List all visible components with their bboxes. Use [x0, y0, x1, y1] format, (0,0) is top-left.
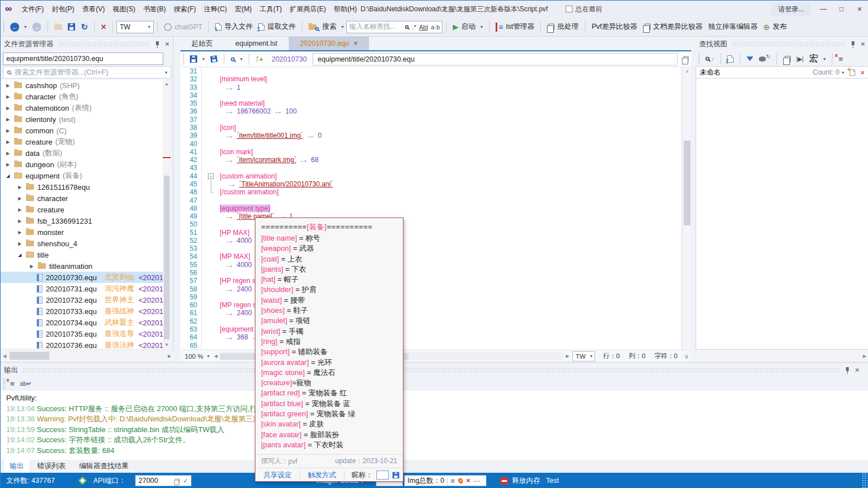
- tree-item[interactable]: 202010733.equ最强战神<20201: [1, 306, 163, 317]
- tree-item[interactable]: ▶creature: [1, 204, 163, 215]
- macro-button[interactable]: 宏▾: [806, 51, 828, 66]
- tree-item[interactable]: ▶creature(宠物): [1, 136, 163, 147]
- editor-save-dropdown-icon[interactable]: ▾: [202, 56, 205, 62]
- tree-item[interactable]: 202010736.equ最强法神<20201: [1, 339, 163, 348]
- menu-item-8[interactable]: 工具(T): [257, 1, 284, 18]
- clear-output-button[interactable]: ≡: [7, 376, 18, 391]
- find-export-button[interactable]: ↧: [724, 51, 736, 66]
- scrollbar-thumb[interactable]: [164, 176, 170, 339]
- breadcrumb[interactable]: equipment/title/202010730.equ: [313, 53, 678, 66]
- save-button[interactable]: [65, 20, 78, 34]
- code-line[interactable]: 47: [180, 197, 681, 204]
- back-dropdown-icon[interactable]: ▾: [24, 24, 27, 29]
- find-close-icon[interactable]: ×: [861, 40, 865, 48]
- explorer-search-box[interactable]: 搜索文件资源管理器...(Ctrl+F) ▾: [3, 66, 171, 79]
- chevron-collapsed-icon[interactable]: ▶: [6, 83, 12, 88]
- word-wrap-button[interactable]: ab↵: [18, 376, 34, 391]
- code-line[interactable]: 35[need material]: [180, 99, 681, 107]
- tree-item[interactable]: ▶chatemoticon(表情): [1, 102, 163, 114]
- forward-button[interactable]: →: [29, 20, 44, 34]
- find-search-results-button[interactable]: ↓: [702, 51, 717, 66]
- menu-item-4[interactable]: 书签(B): [140, 1, 168, 18]
- find-results-list[interactable]: [696, 79, 868, 350]
- explorer-horizontal-scrollbar[interactable]: ◀ ▶: [1, 351, 173, 361]
- new-result-set-icon[interactable]: [850, 69, 856, 76]
- tab-equipment.lst[interactable]: equipment.lst: [224, 37, 289, 50]
- menu-item-5[interactable]: 搜索(F): [171, 1, 198, 18]
- hscroll-right-icon[interactable]: ▶: [566, 354, 569, 359]
- chevron-collapsed-icon[interactable]: ▶: [18, 219, 24, 224]
- refresh-button[interactable]: ↻: [78, 20, 91, 34]
- chevron-expanded-icon[interactable]: ◢: [18, 252, 24, 258]
- code-line[interactable]: 46[/custom animation]: [180, 188, 681, 196]
- chevron-collapsed-icon[interactable]: ▶: [6, 117, 12, 122]
- editor-scrollbar-thumb[interactable]: [684, 141, 691, 225]
- tree-item[interactable]: ▶1261511678equ: [1, 181, 163, 193]
- scroll-left-icon[interactable]: ◀: [1, 351, 8, 361]
- scroll-right-icon[interactable]: ▶: [166, 351, 173, 361]
- nickname-input[interactable]: [376, 470, 389, 480]
- code-line[interactable]: 44[custom animation]: [180, 172, 681, 180]
- editor-save-as-button[interactable]: [207, 52, 220, 67]
- whole-word-toggle[interactable]: Abl: [419, 24, 428, 30]
- find-clear-button[interactable]: ≡: [836, 51, 846, 66]
- chevron-expanded-icon[interactable]: ◢: [6, 173, 12, 178]
- scroll-corner-down-icon[interactable]: ∨: [682, 352, 691, 360]
- output-pin-icon[interactable]: [844, 367, 850, 374]
- lst-manager-button[interactable]: ≡lst管理器: [493, 20, 537, 34]
- api-copy-icon[interactable]: [175, 478, 179, 483]
- count-dropdown-icon[interactable]: ▾: [841, 70, 844, 75]
- find-step-button[interactable]: |▶|: [793, 51, 806, 66]
- scroll-up-icon[interactable]: ▲: [163, 80, 171, 88]
- code-line[interactable]: 31: [180, 67, 681, 75]
- code-line[interactable]: 42→`item/iconmark.img`→68: [180, 156, 681, 164]
- chevron-collapsed-icon[interactable]: ▶: [30, 264, 36, 269]
- menu-item-7[interactable]: 宏(M): [232, 1, 254, 18]
- tree-item[interactable]: ▶character(角色): [1, 91, 163, 102]
- tree-item[interactable]: ▶titleanimation: [1, 260, 163, 272]
- img-more-icon[interactable]: ⋯: [473, 477, 480, 485]
- output-tab-输出[interactable]: 输出: [4, 460, 29, 473]
- back-button[interactable]: ←▾: [7, 20, 29, 34]
- editor-search-dropdown-icon[interactable]: ▾: [240, 56, 242, 62]
- chevron-collapsed-icon[interactable]: ▶: [18, 207, 24, 212]
- menu-item-9[interactable]: 扩展商店(E): [287, 1, 329, 18]
- tree-item[interactable]: ▶character: [1, 193, 163, 204]
- tree-item[interactable]: 202010732.equ世界神主<20201: [1, 294, 163, 306]
- chevron-collapsed-icon[interactable]: ▶: [6, 140, 12, 145]
- tree-item[interactable]: 202010735.equ最强道尊<20201: [1, 328, 163, 339]
- always-on-top-option[interactable]: 总在最前: [566, 5, 602, 14]
- flame-icon[interactable]: [457, 477, 464, 484]
- chevron-collapsed-icon[interactable]: ▶: [6, 128, 12, 133]
- publish-button[interactable]: ⊕发布: [761, 20, 790, 34]
- chevron-collapsed-icon[interactable]: ▶: [18, 185, 24, 190]
- output-toolbar-grip[interactable]: [3, 378, 5, 389]
- tree-item[interactable]: ▶clientonly(test): [1, 114, 163, 125]
- chevron-collapsed-icon[interactable]: ▶: [6, 162, 12, 167]
- hscroll-left-icon[interactable]: ◀: [214, 354, 218, 359]
- code-line[interactable]: 37: [180, 116, 681, 124]
- minimize-button[interactable]: —: [814, 1, 832, 18]
- find-toolbar-grip[interactable]: [698, 53, 700, 64]
- share-settings-link[interactable]: 共享设定: [255, 470, 300, 480]
- tree-item[interactable]: ▶shenshou_4: [1, 238, 163, 249]
- editor-vertical-scrollbar[interactable]: ∧: [682, 67, 691, 350]
- chevron-collapsed-icon[interactable]: ▶: [6, 106, 12, 111]
- drop-editor-button[interactable]: 独立掉落编辑器: [705, 20, 761, 34]
- img-total-box[interactable]: Img总数：0 ≡ × ⋯: [404, 475, 487, 486]
- maximize-button[interactable]: □: [832, 1, 850, 18]
- menu-item-1[interactable]: 封包(P): [49, 1, 77, 18]
- menu-item-10[interactable]: 帮助(H): [331, 1, 360, 18]
- code-line[interactable]: 32[minimum level]: [180, 75, 681, 83]
- img-close-icon[interactable]: ×: [466, 477, 470, 485]
- find-filter-button[interactable]: [744, 51, 756, 66]
- scroll-down-icon[interactable]: ▼: [163, 341, 171, 348]
- tree-item[interactable]: ▶fsb_1336991231: [1, 215, 163, 226]
- hscrollbar-thumb[interactable]: [10, 352, 49, 360]
- menu-item-0[interactable]: 文件(F): [19, 1, 46, 18]
- menu-item-2[interactable]: 查看(V): [79, 1, 107, 18]
- chevron-collapsed-icon[interactable]: ▶: [18, 241, 24, 246]
- chevron-collapsed-icon[interactable]: ▶: [18, 230, 24, 235]
- code-line[interactable]: 33→1: [180, 84, 681, 91]
- editor-encoding-combobox[interactable]: TW▾: [572, 351, 595, 361]
